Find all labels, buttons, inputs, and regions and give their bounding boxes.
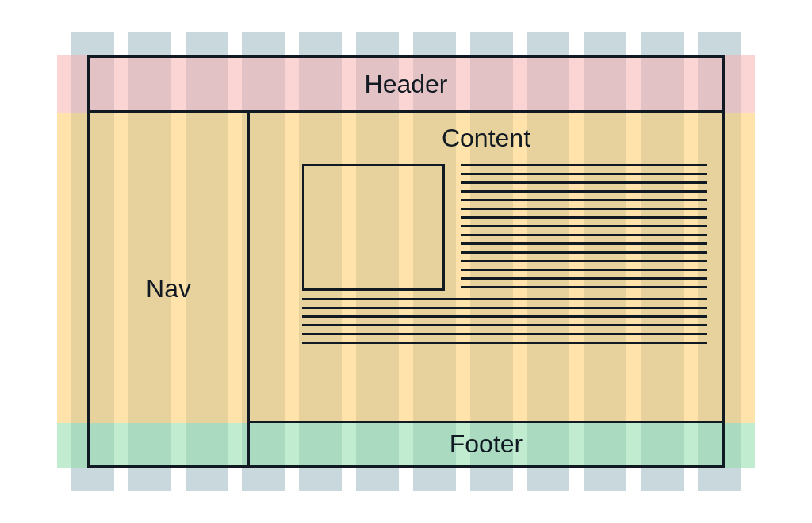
grid-layout-diagram: Header Nav Content (57, 32, 755, 491)
content-placeholder (266, 164, 707, 405)
footer-label: Footer (450, 429, 523, 459)
layout-wireframe: Header Nav Content (87, 55, 725, 468)
content-label: Content (442, 124, 530, 153)
text-lines-full (302, 298, 707, 344)
nav-label: Nav (146, 274, 191, 303)
footer-region: Footer (250, 423, 725, 468)
image-placeholder (302, 164, 445, 291)
header-label: Header (365, 70, 448, 99)
content-region: Content (250, 113, 725, 423)
nav-region: Nav (87, 113, 250, 468)
header-region: Header (87, 55, 725, 113)
